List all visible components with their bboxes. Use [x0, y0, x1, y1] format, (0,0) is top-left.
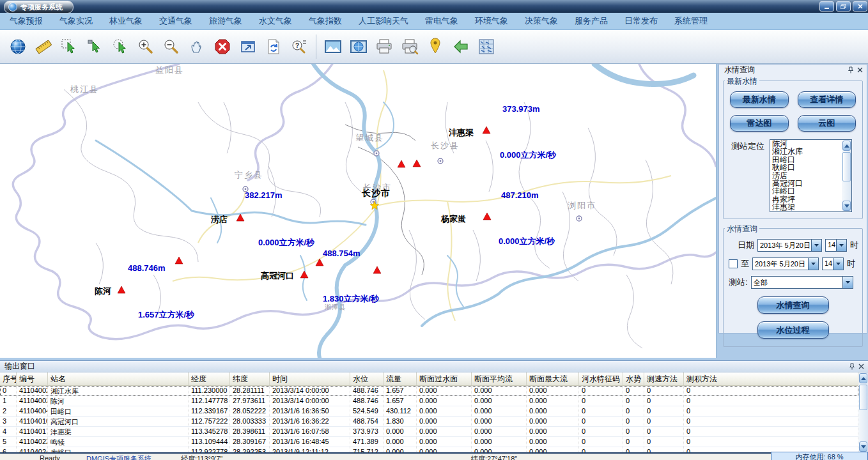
back-icon[interactable]	[448, 33, 474, 60]
station-triangle-icon[interactable]	[398, 160, 405, 167]
column-header[interactable]: 编号	[17, 372, 48, 385]
station-triangle-icon[interactable]	[316, 259, 323, 266]
station-triangle-icon[interactable]	[483, 213, 491, 220]
measure-ruler-icon[interactable]	[31, 33, 56, 60]
table-row[interactable]: 641104024库峪口112.92277828.2922532013/1/9 …	[0, 447, 858, 452]
view-detail-button[interactable]: 查看详情	[798, 91, 856, 108]
identify-icon[interactable]: ?	[286, 33, 312, 60]
column-header[interactable]: 站名	[48, 372, 189, 385]
globe-icon[interactable]	[5, 33, 31, 60]
scrollbar-thumb[interactable]	[859, 385, 867, 410]
output-scrollbar[interactable]	[858, 372, 868, 452]
stop-icon[interactable]	[210, 33, 235, 60]
listbox-scrollbar[interactable]	[842, 140, 851, 211]
pan-hand-icon[interactable]	[184, 33, 210, 60]
station-triangle-icon[interactable]	[373, 266, 381, 273]
column-header[interactable]: 经度	[189, 372, 230, 385]
menu-item[interactable]: 服务产品	[566, 15, 616, 27]
zoom-out-icon[interactable]	[159, 33, 184, 60]
full-extent-icon[interactable]	[235, 33, 261, 60]
location-pin-icon[interactable]	[422, 33, 448, 60]
station-list-item[interactable]: 沣峪口	[771, 187, 841, 195]
column-header[interactable]: 断面平均流	[472, 372, 527, 385]
print-preview-icon[interactable]	[397, 33, 422, 60]
station-triangle-icon[interactable]	[413, 160, 421, 167]
date-from-combo[interactable]: 2013年 5月20日	[757, 239, 822, 252]
restore-button[interactable]	[836, 1, 851, 12]
map-area[interactable]: 益阳县桃江县宁乡县望城县长沙县长沙市浏阳市湘潭县长沙市涝店陈河高冠河口沣惠渠杨家…	[0, 64, 717, 358]
menu-item[interactable]: 决策气象	[516, 15, 566, 27]
column-header[interactable]: 测积方法	[684, 372, 858, 385]
chevron-down-icon[interactable]	[842, 277, 853, 288]
grid-map-icon[interactable]	[474, 33, 499, 60]
station-listbox[interactable]: 陈河湘江水库田峪口耿峪口涝店高冠河口沣峪口冉家坪沣惠渠	[770, 139, 852, 212]
column-header[interactable]: 序号	[0, 372, 17, 385]
column-header[interactable]: 时间	[270, 372, 350, 385]
menu-item[interactable]: 环境气象	[467, 15, 516, 27]
radar-chart-button[interactable]: 雷达图	[730, 115, 789, 132]
menu-item[interactable]: 系统管理	[666, 15, 716, 27]
station-combo[interactable]: 全部	[751, 276, 853, 289]
column-header[interactable]: 河水特征码	[579, 372, 623, 385]
water-query-button[interactable]: 水情查询	[757, 296, 829, 314]
menu-item[interactable]: 人工影响天气	[350, 15, 417, 27]
date-to-combo[interactable]: 2013年 5月20日	[752, 257, 819, 270]
menu-item[interactable]: 水文气象	[251, 15, 300, 27]
table-row[interactable]: 241104004田峪口112.33916728.0522222013/1/6 …	[0, 406, 858, 417]
chevron-down-icon[interactable]	[811, 240, 821, 251]
select-circle-icon[interactable]	[107, 33, 133, 60]
pin-icon[interactable]	[846, 66, 855, 75]
station-triangle-icon[interactable]	[118, 286, 125, 293]
image-view-icon[interactable]	[320, 33, 346, 60]
date-to-checkbox[interactable]	[729, 259, 738, 268]
water-level-process-button[interactable]: 水位过程	[757, 321, 829, 339]
pin-icon[interactable]	[848, 362, 856, 371]
table-header[interactable]: 序号编号站名经度纬度时间水位流量断面过水面断面平均流断面最大流河水特征码水势测速…	[0, 372, 858, 386]
column-header[interactable]: 水位	[350, 372, 384, 385]
panel-close-icon[interactable]	[856, 362, 865, 371]
column-header[interactable]: 断面最大流	[527, 372, 579, 385]
menu-item[interactable]: 交通气象	[151, 15, 201, 27]
scroll-down-icon[interactable]	[842, 201, 851, 211]
menu-item[interactable]: 日常发布	[616, 15, 666, 27]
menu-item[interactable]: 气象指数	[300, 15, 350, 27]
latest-water-button[interactable]: 最新水情	[730, 91, 789, 108]
scrollbar-thumb[interactable]	[842, 152, 851, 181]
table-row[interactable]: 341104010高冠河口112.75722228.0033332013/1/6…	[0, 417, 858, 427]
hour-from-combo[interactable]: 14	[825, 239, 847, 252]
select-arrow-icon[interactable]	[82, 33, 107, 60]
menu-item[interactable]: 林业气象	[101, 15, 151, 27]
station-triangle-icon[interactable]	[300, 271, 308, 278]
column-header[interactable]: 流量	[384, 372, 417, 385]
refresh-icon[interactable]	[261, 33, 286, 60]
select-polygon-icon[interactable]	[56, 33, 82, 60]
minimize-button[interactable]	[819, 1, 834, 12]
print-icon[interactable]	[371, 33, 397, 60]
station-list-item[interactable]: 沣惠渠	[771, 203, 841, 211]
scroll-up-icon[interactable]	[842, 141, 851, 151]
station-list-item[interactable]: 湘江水库	[771, 148, 841, 155]
scroll-down-icon[interactable]	[859, 441, 867, 452]
chevron-down-icon[interactable]	[833, 258, 843, 270]
column-header[interactable]: 测速方法	[644, 372, 684, 385]
station-triangle-icon[interactable]	[483, 126, 490, 134]
hour-to-combo[interactable]: 14	[822, 257, 844, 270]
menu-item[interactable]: 雷电气象	[417, 15, 467, 27]
table-row[interactable]: 541104022鸣犊113.10944428.3091672013/1/6 1…	[0, 437, 858, 447]
station-triangle-icon[interactable]	[175, 257, 183, 264]
menu-item[interactable]: 旅游气象	[201, 15, 251, 27]
menu-item[interactable]: 气象实况	[51, 15, 101, 27]
close-button[interactable]	[853, 1, 867, 12]
menu-item[interactable]: 气象预报	[1, 15, 51, 27]
column-header[interactable]: 水势	[623, 372, 644, 385]
chevron-down-icon[interactable]	[808, 258, 818, 270]
station-triangle-icon[interactable]	[236, 214, 244, 221]
world-view-icon[interactable]	[346, 33, 371, 60]
chevron-down-icon[interactable]	[836, 240, 846, 251]
scroll-up-icon[interactable]	[859, 373, 867, 383]
station-list-item[interactable]: 耿峪口	[771, 164, 841, 171]
zoom-in-icon[interactable]	[133, 33, 159, 60]
column-header[interactable]: 断面过水面	[417, 372, 472, 385]
table-row[interactable]: 441104017沣惠渠113.34527828.3986112013/1/6 …	[0, 427, 858, 437]
table-row[interactable]: 041104002湘江水库111.23000028.2811112013/3/1…	[0, 386, 858, 396]
